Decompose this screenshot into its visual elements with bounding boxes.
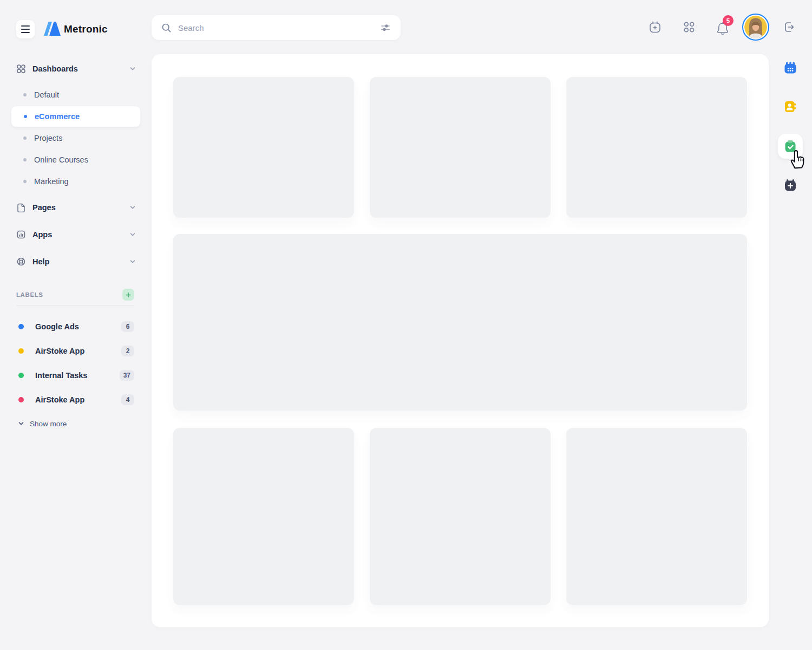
brand-title: Metronic: [64, 22, 108, 37]
chevron-down-icon: [129, 65, 136, 73]
add-label-button[interactable]: [122, 289, 134, 301]
chevron-down-icon: [129, 204, 136, 211]
label-color-dot: [18, 324, 24, 329]
notification-count-badge: 5: [723, 15, 734, 26]
pages-icon: [16, 203, 26, 212]
sidebar-item-label: Default: [34, 90, 59, 99]
placeholder-card: [370, 77, 551, 218]
labels-title: LABELS: [16, 291, 122, 298]
section-label: Pages: [32, 203, 122, 212]
label-item-google-ads[interactable]: Google Ads 6: [16, 314, 134, 339]
tasks-icon-hover-card[interactable]: [778, 134, 803, 159]
section-label: Apps: [32, 230, 122, 239]
placeholder-card: [173, 77, 354, 218]
contacts-icon[interactable]: [783, 100, 797, 114]
label-count-badge: 6: [121, 321, 134, 332]
label-count-badge: 4: [121, 394, 134, 405]
label-item-airstoke-app-2[interactable]: AirStoke App 4: [16, 387, 134, 412]
app-root: Metronic: [0, 0, 812, 650]
bullet-dot: [23, 136, 27, 140]
label-count-badge: 2: [121, 346, 134, 356]
sidebar-item-label: eCommerce: [35, 112, 80, 121]
chevron-down-icon: [129, 231, 136, 238]
search-input[interactable]: [177, 23, 375, 33]
tasks-clipboard-icon[interactable]: [783, 139, 797, 153]
section-label: Help: [32, 257, 122, 266]
search-bar[interactable]: [152, 15, 401, 40]
label-color-dot: [18, 348, 24, 354]
label-item-airstoke-app[interactable]: AirStoke App 2: [16, 339, 134, 363]
notifications-bell-icon[interactable]: 5: [715, 20, 731, 37]
search-icon: [161, 23, 172, 33]
chevron-down-icon: [129, 258, 136, 265]
sidebar-section-help[interactable]: Help: [16, 254, 136, 269]
show-more-button[interactable]: Show more: [16, 416, 67, 431]
sidebar-section-dashboards[interactable]: Dashboards: [16, 61, 136, 76]
lifebuoy-icon: [16, 257, 26, 266]
placeholder-card-wide: [173, 234, 747, 411]
bullet-dot: [23, 158, 27, 161]
sidebar-section-pages[interactable]: Pages: [16, 200, 136, 215]
sidebar-item-label: Projects: [34, 134, 62, 142]
sidebar-item-ecommerce[interactable]: eCommerce: [11, 106, 141, 127]
user-avatar[interactable]: [742, 14, 769, 41]
label-name: AirStoke App: [35, 347, 121, 355]
label-name: Google Ads: [35, 322, 121, 331]
chevron-down-icon: [17, 420, 25, 427]
sidebar-item-online-courses[interactable]: Online Courses: [11, 149, 141, 171]
apps-grid-icon[interactable]: [682, 20, 696, 34]
search-filter-icon[interactable]: [380, 22, 391, 33]
sidebar-item-label: Marketing: [34, 177, 69, 186]
metronic-logo: [42, 20, 61, 37]
sidebar-section-apps[interactable]: Apps: [16, 227, 136, 242]
sign-out-icon[interactable]: [782, 20, 796, 34]
labels-divider: [16, 305, 134, 306]
label-item-internal-tasks[interactable]: Internal Tasks 37: [16, 363, 134, 387]
bullet-dot: [23, 93, 27, 96]
calendar-icon[interactable]: [783, 61, 797, 75]
add-note-icon[interactable]: [783, 178, 797, 192]
sidebar-item-label: Online Courses: [34, 155, 88, 164]
label-name: AirStoke App: [35, 395, 121, 404]
apps-icon: [16, 230, 26, 239]
section-label: Dashboards: [32, 64, 122, 73]
main-content-card: [152, 54, 769, 627]
bullet-dot: [24, 115, 27, 118]
placeholder-card: [566, 77, 747, 218]
sidebar-item-default[interactable]: Default: [11, 84, 141, 106]
bullet-dot: [23, 180, 27, 183]
label-name: Internal Tasks: [35, 371, 120, 380]
placeholder-card: [173, 428, 354, 605]
sidebar-toggle-button[interactable]: [16, 20, 35, 38]
sidebar-item-projects[interactable]: Projects: [11, 127, 141, 149]
dashboards-grid-icon: [16, 64, 26, 74]
placeholder-card: [370, 428, 551, 605]
label-color-dot: [18, 397, 24, 402]
calendar-add-icon[interactable]: [648, 20, 662, 34]
placeholder-card: [566, 428, 747, 605]
label-count-badge: 37: [120, 370, 134, 381]
label-color-dot: [18, 373, 24, 378]
labels-header: LABELS: [16, 288, 134, 302]
sidebar-item-marketing[interactable]: Marketing: [11, 171, 141, 192]
